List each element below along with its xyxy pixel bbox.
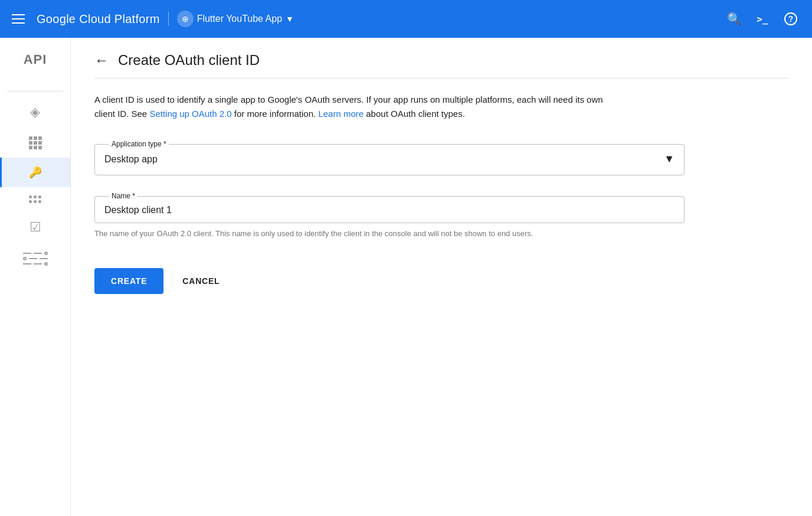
header-divider (168, 12, 169, 26)
app-header: Google Cloud Platform Flutter YouTube Ap… (0, 0, 812, 38)
page-title: Create OAuth client ID (118, 52, 260, 68)
page-description: A client ID is used to identify a single… (94, 93, 626, 121)
sidebar-item-services[interactable] (0, 128, 70, 158)
project-selector[interactable]: Flutter YouTube App ▼ (177, 11, 294, 27)
description-text-2: for more information. (232, 109, 319, 119)
search-icon: 🔍 (727, 12, 742, 26)
learn-more-link[interactable]: Learn more (318, 109, 364, 119)
app-type-legend: Application type * (109, 140, 169, 148)
sidebar-item-dotsgrid[interactable] (0, 187, 70, 211)
header-actions: 🔍 >_ ? (722, 7, 803, 31)
create-button[interactable]: CREATE (94, 268, 163, 294)
sidebar-divider (7, 91, 63, 92)
name-hint: The name of your OAuth 2.0 client. This … (94, 228, 685, 240)
sidebar-item-settings[interactable] (0, 243, 70, 274)
settings-list-icon (23, 252, 48, 266)
main-layout: API ◈ 🔑 (0, 38, 812, 516)
help-icon: ? (784, 12, 797, 25)
cancel-button[interactable]: CANCEL (178, 268, 224, 294)
sidebar: API ◈ 🔑 (0, 38, 71, 516)
name-field: Name * The name of your OAuth 2.0 client… (94, 192, 685, 240)
api-label: API (24, 47, 47, 72)
help-button[interactable]: ? (779, 7, 803, 31)
chevron-down-icon: ▼ (286, 14, 294, 24)
header-brand: Google Cloud Platform Flutter YouTube Ap… (37, 11, 713, 27)
grid-icon (29, 136, 42, 149)
sidebar-item-checklist[interactable]: ☑ (0, 211, 70, 243)
key-icon: 🔑 (29, 166, 42, 179)
name-input[interactable] (104, 200, 675, 220)
oauth-setup-link[interactable]: Setting up OAuth 2.0 (149, 109, 231, 119)
name-fieldset: Name * (94, 192, 685, 223)
form-buttons: CREATE CANCEL (94, 268, 685, 294)
search-button[interactable]: 🔍 (722, 7, 746, 31)
app-type-fieldset: Application type * Desktop app ▼ Web app… (94, 140, 685, 175)
name-legend: Name * (109, 192, 137, 200)
dots-grid-icon (29, 195, 41, 203)
terminal-icon: >_ (757, 14, 768, 25)
terminal-button[interactable]: >_ (751, 7, 774, 31)
page-header: ← Create OAuth client ID (94, 52, 788, 79)
app-type-field: Application type * Desktop app ▼ Web app… (94, 140, 685, 175)
oauth-form: Application type * Desktop app ▼ Web app… (94, 140, 685, 294)
project-icon (177, 11, 194, 27)
back-button[interactable]: ← (94, 52, 109, 68)
sidebar-item-dashboard[interactable]: ◈ (0, 96, 70, 128)
project-name: Flutter YouTube App (197, 14, 282, 24)
description-text-3: about OAuth client types. (364, 109, 465, 119)
brand-name: Google Cloud Platform (37, 12, 160, 26)
sidebar-item-credentials[interactable]: 🔑 (0, 158, 70, 187)
main-content: ← Create OAuth client ID A client ID is … (71, 38, 812, 516)
diamond-icon: ◈ (30, 104, 40, 120)
check-square-icon: ☑ (30, 220, 41, 235)
menu-button[interactable] (9, 12, 27, 26)
